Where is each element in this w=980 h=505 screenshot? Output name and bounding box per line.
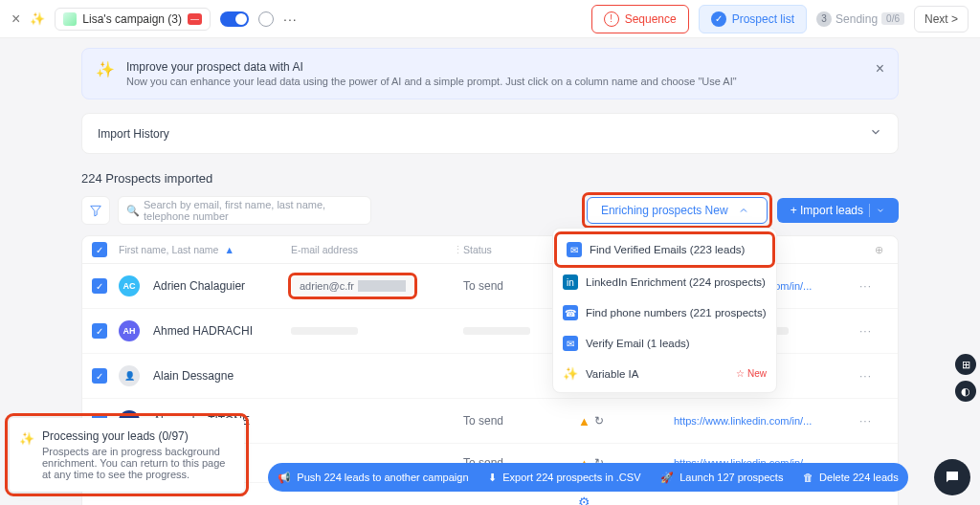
- push-leads-button[interactable]: 📢 Push 224 leads to another campaign: [278, 472, 468, 484]
- close-icon[interactable]: ×: [11, 11, 20, 28]
- row-checkbox[interactable]: ✓: [92, 278, 107, 294]
- search-placeholder: Search by email, first name, last name, …: [144, 199, 363, 222]
- step-number-icon: 3: [816, 11, 832, 27]
- import-leads-button[interactable]: + Import leads: [777, 198, 899, 223]
- chat-widget[interactable]: [934, 459, 970, 495]
- campaign-name: Lisa's campaign (3): [82, 12, 182, 26]
- th-status[interactable]: Status: [463, 244, 492, 255]
- banner-close-icon[interactable]: ×: [876, 60, 884, 77]
- avatar: AC: [119, 275, 140, 296]
- step-prospect-label: Prospect list: [732, 12, 794, 26]
- more-icon[interactable]: ···: [283, 11, 298, 27]
- sending-count-badge: 0/6: [881, 12, 904, 25]
- check-icon: ✓: [711, 11, 726, 27]
- campaign-chip[interactable]: Lisa's campaign (3) —: [55, 8, 211, 31]
- section-title: 224 Prospects imported: [81, 171, 899, 186]
- ai-banner: ✨ Improve your prospect data with AI Now…: [81, 48, 899, 99]
- dd-item3-label: Find phone numbers (221 prospects): [586, 307, 767, 318]
- import-history-accordion[interactable]: Import History: [81, 113, 899, 154]
- prospect-name: Ahmed HADRACHI: [153, 324, 253, 338]
- row-checkbox[interactable]: ✓: [92, 368, 107, 384]
- enrich-variable-ia[interactable]: ✨ Variable IA ☆ New: [553, 359, 776, 388]
- step-prospect-list[interactable]: ✓ Prospect list: [699, 5, 807, 33]
- rocket-icon: 🚀: [660, 472, 674, 484]
- enrich-phone[interactable]: ☎ Find phone numbers (221 prospects): [553, 297, 776, 328]
- launch-prospects-button[interactable]: 🚀 Launch 127 prospects: [660, 472, 783, 484]
- ai-banner-title: Improve your prospect data with AI: [126, 60, 737, 74]
- sparkle-icon: ✨: [19, 431, 34, 446]
- svg-marker-0: [91, 206, 101, 216]
- email-placeholder: [291, 327, 358, 335]
- enrich-verify-email[interactable]: ✉ Verify Email (1 leads): [553, 328, 776, 359]
- enrich-label: Enriching prospects New: [601, 204, 728, 217]
- enrich-dropdown-button[interactable]: Enriching prospects New: [587, 197, 768, 224]
- campaign-color-icon: [63, 12, 77, 26]
- status-cell: To send: [463, 414, 503, 428]
- row-checkbox[interactable]: ✓: [92, 323, 107, 339]
- import-history-label: Import History: [98, 127, 169, 141]
- dd-item2-label: LinkedIn Enrichment (224 prospects): [586, 276, 766, 288]
- row-actions-icon[interactable]: ···: [859, 414, 872, 428]
- warning-icon: !: [604, 11, 619, 27]
- th-email[interactable]: E-mail address: [291, 244, 358, 255]
- megaphone-icon: 📢: [278, 472, 291, 484]
- search-input[interactable]: 🔍 Search by email, first name, last name…: [118, 196, 371, 225]
- email-cell[interactable]: adrien@c.fr: [292, 276, 413, 296]
- processing-icon: ⚙: [578, 494, 590, 505]
- row-actions-icon[interactable]: ···: [859, 324, 872, 338]
- status-placeholder: [463, 327, 530, 335]
- warning-icon: ▲ ↻: [578, 414, 604, 428]
- import-label: + Import leads: [791, 204, 863, 217]
- row-actions-icon[interactable]: ···: [859, 369, 872, 383]
- campaign-toggle[interactable]: [220, 11, 249, 27]
- variable-icon: ✨: [563, 366, 578, 381]
- linkedin-icon: in: [563, 274, 578, 290]
- delete-leads-button[interactable]: 🗑 Delete 224 leads: [803, 472, 899, 483]
- enrich-find-emails[interactable]: ✉ Find Verified Emails (223 leads): [557, 234, 772, 265]
- magic-wand-icon: ✨: [96, 60, 115, 78]
- dd-item5-label: Variable IA: [586, 368, 638, 380]
- step-sending-label: Sending: [835, 12, 878, 26]
- enrich-dropdown: ✉ Find Verified Emails (223 leads) in Li…: [552, 228, 777, 393]
- filter-button[interactable]: [81, 196, 110, 225]
- dd-item4-label: Verify Email (1 leads): [586, 338, 690, 349]
- avatar: AH: [119, 320, 140, 341]
- step-sequence[interactable]: ! Sequence: [591, 5, 689, 33]
- processing-toast: ✨ Processing your leads (0/97) Prospects…: [10, 418, 244, 492]
- step-sending[interactable]: 3 Sending 0/6: [816, 11, 904, 27]
- discord-button[interactable]: ◐: [955, 381, 976, 402]
- status-cell: To send: [463, 279, 503, 293]
- chevron-up-icon: [738, 205, 749, 216]
- enrich-linkedin[interactable]: in LinkedIn Enrichment (224 prospects): [553, 267, 776, 297]
- select-all-checkbox[interactable]: ✓: [92, 242, 107, 257]
- avatar: 👤: [119, 365, 140, 386]
- apps-button[interactable]: ⊞: [955, 354, 976, 375]
- chevron-down-icon: [876, 206, 885, 215]
- search-icon: 🔍: [126, 205, 140, 217]
- toast-body: Prospects are in progress background enr…: [42, 446, 233, 480]
- download-icon: ⬇: [488, 472, 497, 484]
- sparkle-icon: ✨: [30, 11, 45, 26]
- toast-title: Processing your leads (0/97): [42, 429, 233, 443]
- mail-icon: ✉: [567, 242, 582, 257]
- linkedin-cell[interactable]: https://www.linkedin.com/in/...: [674, 415, 812, 427]
- sort-icon[interactable]: ▲: [224, 244, 234, 255]
- bulk-action-bar: 📢 Push 224 leads to another campaign ⬇ E…: [268, 463, 908, 492]
- settings-icon[interactable]: [258, 11, 274, 27]
- th-name[interactable]: First name, Last name: [119, 244, 218, 255]
- verify-mail-icon: ✉: [563, 336, 578, 351]
- ai-banner-sub: Now you can enhance your lead data using…: [126, 76, 737, 87]
- add-column-button[interactable]: ⊕: [869, 244, 888, 255]
- phone-icon: ☎: [563, 305, 578, 320]
- new-tag: ☆ New: [736, 368, 767, 379]
- chevron-down-icon: [869, 125, 882, 142]
- step-sequence-label: Sequence: [625, 12, 677, 26]
- next-button[interactable]: Next >: [914, 6, 969, 33]
- trash-icon: 🗑: [803, 472, 813, 483]
- campaign-badge: —: [188, 13, 202, 25]
- row-actions-icon[interactable]: ···: [859, 279, 872, 293]
- dd-item1-label: Find Verified Emails (223 leads): [590, 244, 745, 255]
- prospect-name: Adrien Chalaguier: [153, 279, 245, 293]
- export-csv-button[interactable]: ⬇ Export 224 prospects in .CSV: [488, 472, 640, 484]
- prospect-name: Alain Dessagne: [153, 369, 234, 383]
